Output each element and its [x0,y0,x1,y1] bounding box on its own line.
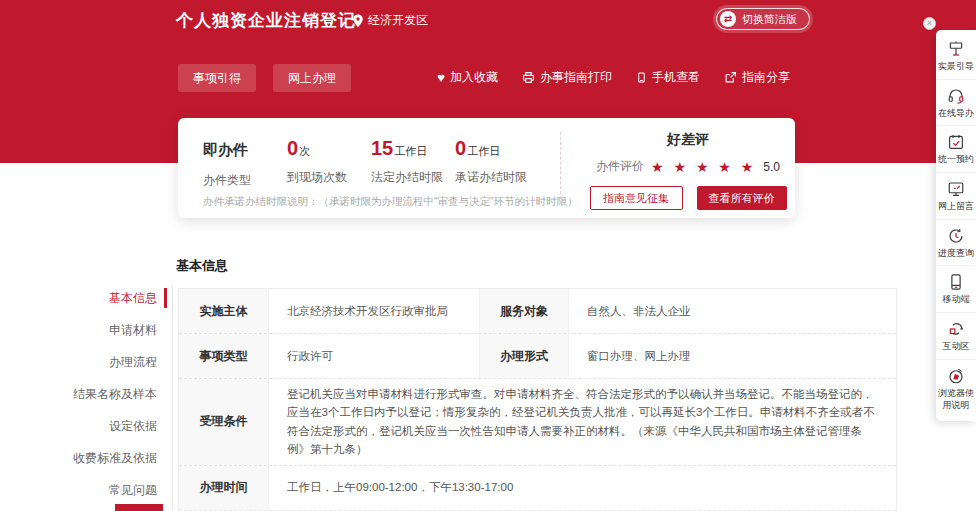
tab-label: 网上办理 [288,70,336,87]
stats-group: 即办件 办件类型 0次 到现场次数 15工作日 法定办结时限 0工作日 承诺办结… [203,137,555,189]
toolbar-item-mobile[interactable]: 移动端 [936,265,976,312]
add-favorite-label: 加入收藏 [450,69,498,86]
stat-unit: 工作日 [467,145,500,157]
row-label: 事项类型 [179,334,269,378]
tab-matter-index[interactable]: 事项引得 [178,64,256,92]
rating-panel: 好差评 办件评价 ★ ★ ★ ★ ★ 5.0 指南意见征集 查看所有评价 [580,131,796,210]
headset-icon [947,87,965,105]
header-tabs: 事项引得 网上办理 [178,64,351,92]
row-value: 窗口办理、网上办理 [569,334,896,378]
stat-promised-deadline: 0工作日 承诺办结时限 [455,137,555,189]
sidebar-item-legal-basis[interactable]: 设定依据 [0,410,167,442]
stat-value: 0 [455,137,466,159]
toolbar-item-label: 进度查询 [938,248,974,260]
stat-unit: 工作日 [394,145,427,157]
print-guide-link[interactable]: 办事指南打印 [522,69,612,86]
stat-legal-deadline: 15工作日 法定办结时限 [371,137,455,189]
printer-icon [522,71,535,84]
toolbar-item-progress-query[interactable]: 进度查询 [936,219,976,266]
toolbar-close-icon[interactable]: × [923,17,936,30]
stat-onsite-visits: 0次 到现场次数 [287,137,371,189]
row-value: 行政许可 [269,334,479,378]
location-badge: 经济开发区 [352,12,428,29]
interaction-icon [947,320,965,338]
mobile-view-link[interactable]: 手机查看 [636,69,700,86]
switch-simple-version-label: 切换简洁版 [742,12,797,27]
swap-arrows-icon: ⇄ [720,11,736,27]
tab-label: 事项引得 [193,70,241,87]
toolbar-item-interaction-zone[interactable]: 互动区 [936,312,976,359]
mobile-icon [947,273,965,291]
progress-clock-icon [947,227,965,245]
side-nav: 基本信息 申请材料 办理流程 结果名称及样本 设定依据 收费标准及依据 常见问题 [0,282,167,506]
bottom-red-bar [115,504,163,511]
row-label: 办理形式 [479,334,569,378]
row-label: 办理时间 [179,466,269,510]
basic-info-table: 实施主体 北京经济技术开发区行政审批局 服务对象 自然人、非法人企业 事项类型 … [178,288,897,511]
toolbar-item-unified-booking[interactable]: 统一预约 [936,125,976,172]
rating-buttons: 指南意见征集 查看所有评价 [580,186,796,210]
header-action-links: ♥ 加入收藏 办事指南打印 手机查看 指南分享 [437,69,790,86]
toolbar-item-online-guidance[interactable]: 在线导办 [936,79,976,126]
toolbar-item-label: 实景引导 [938,61,974,73]
stat-item-type: 即办件 办件类型 [203,137,287,189]
location-pin-icon [352,14,364,28]
rating-label: 办件评价 [596,158,644,175]
sidebar-item-basic-info[interactable]: 基本信息 [0,282,167,314]
row-value: 登记机关应当对申请材料进行形式审查。对申请材料齐全、符合法定形式的予以确认并当场… [269,379,896,465]
stat-label: 办件类型 [203,172,287,189]
right-toolbar: 实景引导 在线导办 统一预约 网上留言 进度查询 [936,30,976,421]
table-row: 实施主体 北京经济技术开发区行政审批局 服务对象 自然人、非法人企业 [179,289,896,334]
rating-title: 好差评 [580,131,796,149]
nav-divider [172,285,173,511]
tab-online-handling[interactable]: 网上办理 [273,64,351,92]
section-title: 基本信息 [176,257,228,275]
switch-simple-version-button[interactable]: ⇄ 切换简洁版 [716,8,810,30]
toolbar-item-label: 移动端 [943,294,970,306]
toolbar-item-scene-guide[interactable]: 实景引导 [936,33,976,79]
calendar-check-icon [947,133,965,151]
toolbar-item-label: 互动区 [943,341,970,353]
row-label: 受理条件 [179,379,269,465]
rating-row: 办件评价 ★ ★ ★ ★ ★ 5.0 [580,158,796,175]
row-value: 自然人、非法人企业 [569,289,896,333]
rating-score: 5.0 [763,160,780,174]
share-guide-link[interactable]: 指南分享 [724,69,790,86]
print-guide-label: 办事指南打印 [540,69,612,86]
stat-value: 15 [371,137,393,159]
page-title: 个人独资企业注销登记 [176,9,356,32]
monitor-message-icon [947,180,965,198]
add-favorite-link[interactable]: ♥ 加入收藏 [437,69,498,86]
stat-unit: 次 [299,145,310,157]
share-icon [724,71,737,84]
stat-label: 到现场次数 [287,169,371,186]
row-label: 实施主体 [179,289,269,333]
star-rating-icons: ★ ★ ★ ★ ★ [651,159,756,175]
sidebar-item-faq[interactable]: 常见问题 [0,474,167,506]
stat-label: 法定办结时限 [371,169,455,186]
sidebar-item-result-sample[interactable]: 结果名称及样本 [0,378,167,410]
summary-card: 即办件 办件类型 0次 到现场次数 15工作日 法定办结时限 0工作日 承诺办结… [178,118,795,218]
deadline-note: 办件承诺办结时限说明：（承诺时限为办理流程中“审查与决定”环节的计时时限） [203,195,578,209]
mobile-view-label: 手机查看 [652,69,700,86]
toolbar-item-browser-help[interactable]: 浏览器使用说明 [936,359,976,417]
share-guide-label: 指南分享 [742,69,790,86]
signpost-icon [947,40,965,58]
toolbar-item-online-message[interactable]: 网上留言 [936,172,976,219]
row-value: 工作日，上午09:00-12:00，下午13:30-17:00 [269,466,896,510]
phone-icon [636,71,647,84]
view-all-reviews-button[interactable]: 查看所有评价 [697,186,787,210]
table-row: 办理时间 工作日，上午09:00-12:00，下午13:30-17:00 [179,466,896,511]
stat-value: 0 [287,137,298,159]
toolbar-item-label: 统一预约 [938,154,974,166]
sidebar-item-process[interactable]: 办理流程 [0,346,167,378]
location-label: 经济开发区 [368,12,428,29]
sidebar-item-application-materials[interactable]: 申请材料 [0,314,167,346]
toolbar-item-label: 浏览器使用说明 [937,388,975,411]
table-row: 受理条件 登记机关应当对申请材料进行形式审查。对申请材料齐全、符合法定形式的予以… [179,379,896,466]
row-label: 服务对象 [479,289,569,333]
guide-feedback-button[interactable]: 指南意见征集 [590,186,683,210]
sidebar-item-fees[interactable]: 收费标准及依据 [0,442,167,474]
stat-label: 承诺办结时限 [455,169,555,186]
heart-icon: ♥ [437,71,445,84]
